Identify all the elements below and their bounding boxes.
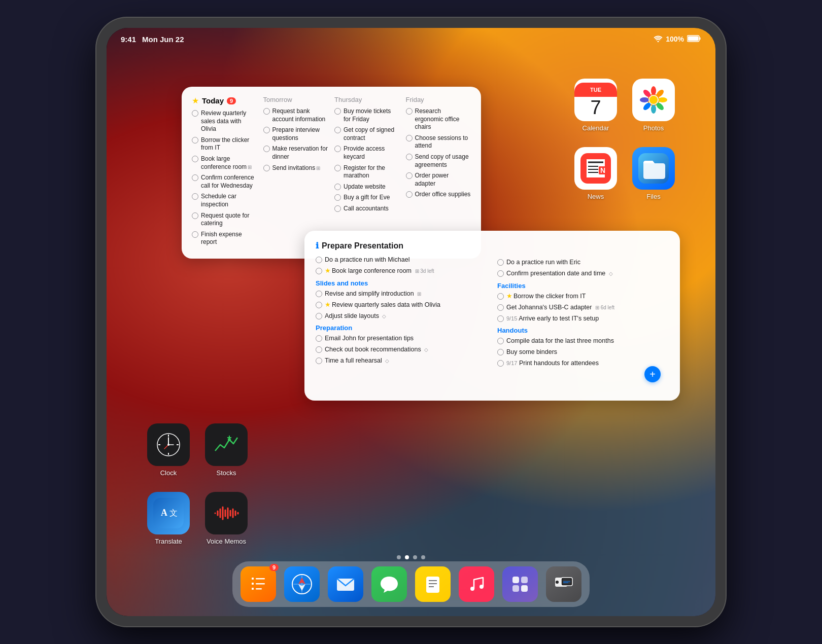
thursday-label: Thursday [334, 96, 400, 103]
task-checkbox[interactable] [406, 172, 413, 179]
list-item[interactable]: Register for the marathon [334, 164, 400, 180]
task-checkbox[interactable] [192, 156, 198, 162]
list-item[interactable]: ★Borrow the clicker from IT [497, 292, 669, 301]
page-dot-2[interactable] [405, 555, 409, 559]
list-item[interactable]: Buy a gift for Eve [334, 194, 400, 202]
stocks-app[interactable]: Stocks [205, 423, 248, 477]
task-checkbox[interactable] [192, 137, 198, 144]
list-item[interactable]: Review quarterly sales data with Olivia [192, 110, 257, 133]
task-checkbox[interactable] [192, 193, 198, 200]
list-item[interactable]: 9/15 Arrive early to test IT's setup [497, 314, 669, 323]
task-checkbox[interactable] [497, 259, 504, 266]
list-item[interactable]: Book large conference room⊞ [192, 155, 257, 171]
list-item[interactable]: Order power adapter [406, 172, 471, 188]
task-checkbox[interactable] [316, 257, 322, 263]
list-item[interactable]: Order office supplies [406, 191, 471, 199]
list-item[interactable]: Make reservation for dinner [263, 145, 329, 161]
task-checkbox[interactable] [316, 291, 322, 297]
task-checkbox[interactable] [263, 108, 270, 115]
task-checkbox[interactable] [497, 315, 504, 322]
dock-reminders[interactable]: 9 [241, 566, 276, 602]
photos-app[interactable]: Photos [632, 79, 675, 132]
task-checkbox[interactable] [263, 165, 270, 171]
task-checkbox[interactable] [316, 346, 322, 353]
task-checkbox[interactable] [192, 174, 198, 181]
task-checkbox[interactable] [192, 212, 198, 219]
task-checkbox[interactable] [406, 154, 413, 160]
list-item[interactable]: Time a full rehearsal ◇ [316, 356, 487, 365]
page-dot-3[interactable] [413, 555, 417, 559]
task-checkbox[interactable] [316, 357, 322, 364]
task-checkbox[interactable] [334, 146, 341, 152]
task-checkbox[interactable] [406, 191, 413, 198]
list-item[interactable]: Confirm presentation date and time ◇ [497, 269, 669, 278]
list-item[interactable]: Do a practice run with Michael [316, 256, 487, 264]
task-checkbox[interactable] [316, 268, 322, 274]
calendar-app[interactable]: TUE 7 Calendar [574, 79, 617, 132]
task-checkbox[interactable] [497, 349, 504, 355]
list-item[interactable]: Request bank account information [263, 108, 329, 123]
dock-safari[interactable] [284, 566, 320, 602]
files-app[interactable]: Files [632, 147, 675, 200]
list-item[interactable]: Finish expense report [192, 231, 257, 246]
task-checkbox[interactable] [334, 108, 341, 115]
dock-notes[interactable] [415, 566, 451, 602]
list-item[interactable]: Email John for presentation tips [316, 334, 487, 343]
task-checkbox[interactable] [334, 194, 341, 201]
task-checkbox[interactable] [334, 184, 341, 190]
list-item[interactable]: Request quote for catering [192, 212, 257, 228]
list-item[interactable]: Send copy of usage agreements [406, 153, 471, 169]
translate-app[interactable]: A 文 Translate [147, 492, 190, 545]
news-app[interactable]: N News [574, 147, 617, 200]
task-checkbox[interactable] [263, 146, 270, 152]
task-checkbox[interactable] [406, 135, 413, 141]
dock-mail[interactable] [328, 566, 363, 602]
list-item[interactable]: Research ergonomic office chairs [406, 108, 471, 131]
task-checkbox[interactable] [497, 270, 504, 277]
task-checkbox[interactable] [192, 231, 198, 238]
task-checkbox[interactable] [263, 127, 270, 133]
dock-remote-desktop[interactable] [546, 566, 581, 602]
list-item[interactable]: Buy movie tickets for Friday [334, 108, 400, 123]
list-item[interactable]: ★Book large conference room ⊞ 3d left [316, 267, 487, 275]
task-checkbox[interactable] [316, 335, 322, 342]
task-checkbox[interactable] [497, 360, 504, 367]
list-item[interactable]: Schedule car inspection [192, 193, 257, 208]
task-checkbox[interactable] [334, 127, 341, 133]
voice-memos-app[interactable]: Voice Memos [205, 492, 248, 545]
task-checkbox[interactable] [497, 304, 504, 311]
task-checkbox[interactable] [316, 313, 322, 319]
task-checkbox[interactable] [192, 110, 198, 117]
list-item[interactable]: Update website [334, 183, 400, 191]
list-item[interactable]: Provide access keycard [334, 145, 400, 161]
list-item[interactable]: Get Johanna's USB-C adapter ⊞ 6d left [497, 303, 669, 312]
list-item[interactable]: Send invitations⊞ [263, 164, 329, 172]
list-item[interactable]: Adjust slide layouts ◇ [316, 312, 487, 320]
list-item[interactable]: Borrow the clicker from IT [192, 136, 257, 152]
list-item[interactable]: Do a practice run with Eric [497, 258, 669, 267]
dock-messages[interactable] [371, 566, 407, 602]
list-item[interactable]: ★Review quarterly sales data with Olivia [316, 301, 487, 309]
task-checkbox[interactable] [406, 108, 413, 115]
task-checkbox[interactable] [316, 302, 322, 308]
list-item[interactable]: Get copy of signed contract [334, 126, 400, 142]
list-item[interactable]: Prepare interview questions [263, 126, 329, 142]
list-item[interactable]: Choose sessions to attend [406, 134, 471, 150]
add-task-button[interactable]: + [644, 366, 661, 382]
task-checkbox[interactable] [497, 338, 504, 344]
list-item[interactable]: Revise and simplify introduction ⊞ [316, 290, 487, 298]
page-dot-1[interactable] [397, 555, 401, 559]
list-item[interactable]: 9/17 Print handouts for attendees [497, 359, 669, 368]
page-dot-4[interactable] [421, 555, 425, 559]
list-item[interactable]: Compile data for the last three months [497, 337, 669, 345]
clock-app[interactable]: Clock [147, 423, 190, 477]
list-item[interactable]: Check out book recommendations ◇ [316, 345, 487, 354]
dock-music[interactable] [459, 566, 494, 602]
list-item[interactable]: Buy some binders [497, 348, 669, 356]
list-item[interactable]: Call accountants [334, 205, 400, 213]
task-checkbox[interactable] [497, 293, 504, 300]
task-checkbox[interactable] [334, 165, 341, 171]
task-checkbox[interactable] [334, 205, 341, 212]
list-item[interactable]: Confirm conference call for Wednesday [192, 174, 257, 190]
dock-shortcuts[interactable] [502, 566, 538, 602]
